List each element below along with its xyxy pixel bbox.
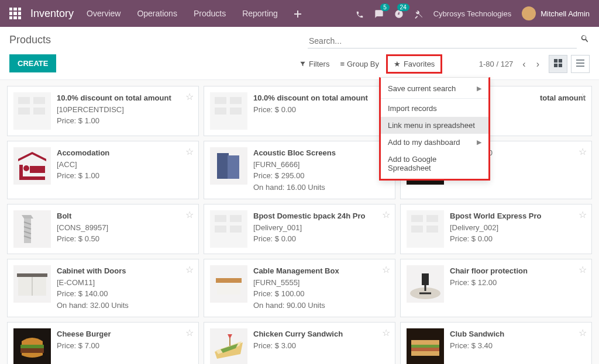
svg-rect-12 <box>228 155 239 179</box>
nav-overview[interactable]: Overview <box>87 9 121 18</box>
svg-rect-10 <box>19 176 45 180</box>
nav-reporting[interactable]: Reporting <box>242 9 278 18</box>
svg-marker-16 <box>22 215 33 219</box>
product-price: Price: $ 100.00 <box>253 288 389 300</box>
product-thumb <box>210 328 247 364</box>
search-input[interactable] <box>308 34 577 48</box>
product-card[interactable]: Bolt[CONS_89957]Price: $ 0.50☆ <box>7 204 199 254</box>
svg-rect-40 <box>411 340 439 345</box>
product-info: Bpost Domestic bpack 24h Pro[Delivery_00… <box>253 210 389 248</box>
product-card[interactable]: Bpost World Express Pro[Delivery_002]Pri… <box>400 204 592 254</box>
chevron-right-icon: ▶ <box>477 138 481 146</box>
favorite-star-icon[interactable]: ☆ <box>185 327 194 338</box>
search-icon[interactable] <box>580 34 590 48</box>
favorite-star-icon[interactable]: ☆ <box>185 91 194 102</box>
groupby-button[interactable]: ≡ Group By <box>340 60 379 68</box>
company-name[interactable]: Cybrosys Technologies <box>433 9 511 18</box>
product-info: Bpost World Express Pro[Delivery_002]Pri… <box>450 210 586 248</box>
svg-marker-38 <box>228 334 232 339</box>
tools-icon[interactable] <box>414 8 423 19</box>
product-price: Price: $ 140.00 <box>57 288 192 300</box>
phone-icon[interactable] <box>356 8 364 18</box>
svg-rect-0 <box>554 59 557 63</box>
favorite-star-icon[interactable]: ☆ <box>579 327 587 338</box>
pager-next[interactable]: › <box>535 59 541 70</box>
svg-rect-32 <box>20 345 44 348</box>
view-list[interactable] <box>571 55 590 73</box>
favorite-star-icon[interactable]: ☆ <box>579 91 587 102</box>
user-menu[interactable]: Mitchell Admin <box>522 6 590 20</box>
product-info: Cabinet with Doors[E-COM11]Price: $ 140.… <box>57 265 192 311</box>
plus-icon <box>294 11 301 18</box>
chevron-right-icon: ▶ <box>477 85 481 92</box>
product-name: Cable Management Box <box>253 265 389 277</box>
product-thumb <box>407 328 444 364</box>
product-price: Price: $ 7.00 <box>57 340 192 352</box>
product-card[interactable]: Bpost Domestic bpack 24h Pro[Delivery_00… <box>204 204 395 254</box>
product-price: Price: $ 0.50 <box>57 233 192 245</box>
product-card[interactable]: Cable Management Box[FURN_5555]Price: $ … <box>204 259 395 317</box>
product-price: Price: $ 12.00 <box>450 277 586 289</box>
product-card[interactable]: Accomodation[ACC]Price: $ 1.00☆ <box>7 141 199 199</box>
fav-link-spreadsheet[interactable]: Link menu in spreadsheet <box>381 117 488 134</box>
page-title: Products <box>9 34 300 47</box>
product-card[interactable]: Chicken Curry SandwichPrice: $ 3.00☆ <box>204 322 395 364</box>
funnel-icon <box>300 61 306 67</box>
svg-rect-33 <box>20 348 44 353</box>
favorite-star-icon[interactable]: ☆ <box>185 264 194 275</box>
list-view-icon <box>576 59 584 67</box>
favorite-star-icon[interactable]: ☆ <box>185 146 194 157</box>
pager-text[interactable]: 1-80 / 127 <box>479 60 514 68</box>
favorite-star-icon[interactable]: ☆ <box>382 209 390 220</box>
product-ref: [FURN_6666] <box>253 159 389 171</box>
apps-icon[interactable] <box>9 8 21 19</box>
nav-new[interactable] <box>294 9 301 18</box>
svg-rect-26 <box>217 283 240 294</box>
product-price: Price: $ 0.00 <box>253 104 389 116</box>
create-button[interactable]: CREATE <box>9 54 56 72</box>
pager-prev[interactable]: ‹ <box>521 59 526 70</box>
activities-icon[interactable]: 24 <box>394 8 404 19</box>
fav-save-search[interactable]: Save current search▶ <box>381 80 488 97</box>
fav-add-dashboard[interactable]: Add to my dashboard▶ <box>381 134 488 151</box>
fav-import-records[interactable]: Import records <box>381 100 488 117</box>
product-name: Club Sandwich <box>450 328 586 340</box>
messages-icon[interactable]: 5 <box>374 8 384 19</box>
product-card[interactable]: 10.0% discount on total amountPrice: $ 0… <box>204 86 395 136</box>
product-card[interactable]: Acoustic Bloc Screens[FURN_6666]Price: $… <box>204 141 395 199</box>
product-thumb <box>13 328 51 364</box>
svg-rect-43 <box>411 351 439 356</box>
product-card[interactable]: 10.0% discount on total amount[10PERCENT… <box>7 86 199 136</box>
product-name: 10.0% discount on total amount <box>253 92 389 104</box>
star-icon: ★ <box>394 60 401 68</box>
product-card[interactable]: Club SandwichPrice: $ 3.40☆ <box>400 322 592 364</box>
product-thumb <box>407 265 444 303</box>
product-info: Chair floor protectionPrice: $ 12.00 <box>450 265 586 311</box>
product-card[interactable]: Chair floor protectionPrice: $ 12.00☆ <box>400 259 592 317</box>
fav-add-google-spreadsheet[interactable]: Add to Google Spreadsheet <box>381 151 488 176</box>
product-info: 10.0% discount on total amountPrice: $ 0… <box>253 92 389 130</box>
favorites-button[interactable]: ★ Favorites <box>386 54 442 74</box>
svg-rect-11 <box>217 153 229 179</box>
filters-button[interactable]: Filters <box>300 60 329 68</box>
view-kanban[interactable] <box>549 55 567 73</box>
favorite-star-icon[interactable]: ☆ <box>579 146 587 157</box>
product-ref: [E-COM11] <box>57 277 192 289</box>
nav-operations[interactable]: Operations <box>137 9 177 18</box>
favorite-star-icon[interactable]: ☆ <box>579 264 587 275</box>
svg-rect-9 <box>30 166 45 173</box>
list-icon: ≡ <box>340 60 344 68</box>
product-card[interactable]: Cheese BurgerPrice: $ 7.00☆ <box>7 322 199 364</box>
favorite-star-icon[interactable]: ☆ <box>579 209 587 220</box>
favorite-star-icon[interactable]: ☆ <box>382 327 390 338</box>
app-name[interactable]: Inventory <box>30 8 74 20</box>
nav-products[interactable]: Products <box>194 9 226 18</box>
favorite-star-icon[interactable]: ☆ <box>382 264 390 275</box>
product-card[interactable]: Cabinet with Doors[E-COM11]Price: $ 140.… <box>7 259 199 317</box>
product-ref: [Delivery_001] <box>253 222 389 234</box>
product-name: Acoustic Bloc Screens <box>253 147 389 159</box>
avatar <box>522 6 536 20</box>
activities-badge: 24 <box>397 4 409 11</box>
favorite-star-icon[interactable]: ☆ <box>185 209 194 220</box>
product-thumb <box>210 210 247 248</box>
